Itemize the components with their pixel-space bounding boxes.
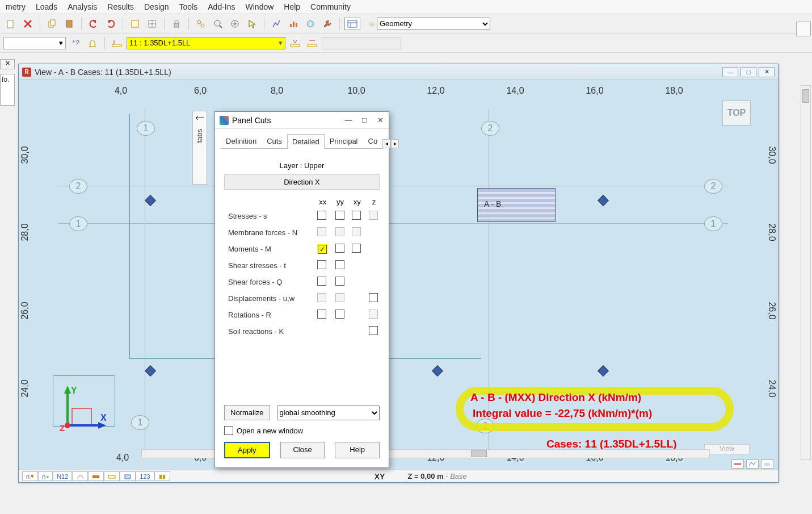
menu-results[interactable]: Results bbox=[107, 2, 134, 11]
checkbox[interactable] bbox=[317, 310, 326, 319]
checkbox[interactable] bbox=[335, 310, 344, 319]
dialog-tab-principal[interactable]: Principal bbox=[325, 133, 363, 148]
toolbar-3d-icon[interactable] bbox=[303, 16, 318, 31]
toolbar-btn-a[interactable] bbox=[193, 16, 208, 31]
checkbox[interactable] bbox=[335, 211, 344, 220]
dialog-min-icon[interactable]: — bbox=[344, 116, 352, 124]
corner-tool-b[interactable] bbox=[746, 459, 759, 469]
case-a-icon[interactable] bbox=[110, 36, 124, 51]
menu-design[interactable]: Design bbox=[144, 2, 169, 11]
building-icon[interactable] bbox=[85, 36, 100, 51]
dialog-close-icon[interactable]: ✕ bbox=[376, 116, 384, 124]
checkbox[interactable] bbox=[352, 211, 361, 220]
checkbox[interactable] bbox=[317, 211, 326, 220]
window-min-icon[interactable]: — bbox=[722, 67, 738, 77]
checkbox[interactable] bbox=[335, 260, 344, 269]
selection-combo[interactable]: ▾ bbox=[3, 37, 66, 49]
ruler-tick: 24,0 bbox=[20, 379, 30, 397]
toolbar-btn-new[interactable] bbox=[3, 16, 18, 31]
normalize-button[interactable]: Normalize bbox=[224, 405, 270, 420]
mode-combo[interactable] bbox=[322, 37, 401, 49]
toolbar-wrench-icon[interactable] bbox=[320, 16, 335, 31]
menu-metry[interactable]: metry bbox=[6, 2, 26, 11]
toolbar-btn-delete[interactable] bbox=[20, 16, 35, 31]
dialog-titlebar[interactable]: Panel Cuts — □ ✕ bbox=[215, 112, 389, 129]
ruler-tick: 28,0 bbox=[767, 223, 777, 241]
checkbox[interactable] bbox=[352, 244, 361, 253]
menu-analysis[interactable]: Analysis bbox=[68, 2, 97, 11]
toolbar-zoom-icon[interactable] bbox=[211, 16, 225, 31]
checkbox[interactable] bbox=[369, 326, 378, 335]
ruler-tick: 26,0 bbox=[767, 302, 777, 319]
grid-bubble: 2 bbox=[69, 179, 87, 194]
view-window-titlebar[interactable]: R View - A - B Cases: 11 (1.35DL+1.5LL) … bbox=[19, 64, 778, 80]
view-orientation-badge[interactable]: TOP bbox=[722, 101, 751, 126]
tab-scroll-left[interactable]: ◂ bbox=[382, 139, 390, 148]
toolbar-btn-redo[interactable] bbox=[103, 16, 118, 31]
open-new-window-checkbox[interactable] bbox=[224, 426, 233, 435]
menu-tools[interactable]: Tools bbox=[179, 2, 198, 11]
status-tab-4[interactable] bbox=[72, 471, 88, 481]
dialog-tab-cuts[interactable]: Cuts bbox=[262, 133, 287, 148]
status-tab-8[interactable]: 123 bbox=[136, 471, 154, 481]
layout-manager-icon[interactable] bbox=[344, 18, 360, 30]
layout-selector[interactable]: ⟐ Geometry bbox=[369, 18, 490, 30]
menu-loads[interactable]: Loads bbox=[36, 2, 57, 11]
viewport-tabs-handle[interactable]: 🡐 tabs bbox=[192, 111, 207, 185]
status-tab-1[interactable]: n▾ bbox=[22, 471, 38, 481]
model-node bbox=[598, 195, 609, 206]
status-tab-5[interactable] bbox=[88, 471, 104, 481]
load-case-combo[interactable]: 11 : 1.35DL+1.5LL ▾ bbox=[127, 37, 285, 49]
close-button[interactable]: Close bbox=[280, 442, 325, 458]
checkbox[interactable] bbox=[317, 260, 326, 269]
row-label: Stresses - s bbox=[225, 208, 313, 224]
case-nav-a[interactable] bbox=[288, 36, 302, 51]
geometry-select[interactable]: Geometry bbox=[377, 18, 490, 30]
dialog-icon bbox=[220, 116, 229, 125]
toolbar-cursor-icon[interactable] bbox=[245, 16, 259, 31]
dialog-tab-detailed[interactable]: Detailed bbox=[287, 134, 325, 149]
window-close-icon[interactable]: ✕ bbox=[759, 67, 775, 77]
ribbon-overflow[interactable] bbox=[796, 22, 811, 36]
menu-window[interactable]: Window bbox=[246, 2, 274, 11]
smoothing-select[interactable]: global smoothing bbox=[277, 406, 380, 420]
toolbar-btn-paste[interactable] bbox=[62, 16, 77, 31]
direction-header[interactable]: Direction X bbox=[224, 174, 380, 190]
toolbar-btn-undo[interactable] bbox=[86, 16, 101, 31]
toolbar-btn-c[interactable] bbox=[286, 16, 301, 31]
status-tab-6[interactable] bbox=[104, 471, 120, 481]
dialog-tab-co[interactable]: Co bbox=[363, 133, 383, 148]
checkbox[interactable]: ✓ bbox=[318, 245, 327, 254]
menu-community[interactable]: Community bbox=[310, 2, 351, 11]
toolbar-lock-icon[interactable] bbox=[169, 16, 184, 31]
toolbar-btn-copy[interactable] bbox=[45, 16, 60, 31]
dialog-max-icon[interactable]: □ bbox=[360, 116, 368, 124]
checkbox[interactable] bbox=[335, 277, 344, 286]
status-tab-3[interactable]: N12 bbox=[53, 471, 72, 481]
menu-help[interactable]: Help bbox=[284, 2, 300, 11]
toolbar-zoomall-icon[interactable] bbox=[228, 16, 242, 31]
left-panel-close[interactable]: ✕ bbox=[0, 59, 15, 69]
whats-this-icon[interactable]: ᵏ? bbox=[68, 36, 83, 51]
toolbar-btn-table[interactable] bbox=[145, 16, 159, 31]
status-tab-7[interactable] bbox=[120, 471, 136, 481]
tab-scroll-right[interactable]: ▸ bbox=[391, 139, 399, 148]
status-tab-9[interactable] bbox=[154, 471, 170, 481]
checkbox[interactable] bbox=[369, 293, 378, 302]
dialog-tab-definition[interactable]: Definition bbox=[221, 133, 262, 148]
window-max-icon[interactable]: □ bbox=[741, 67, 756, 77]
help-button[interactable]: Help bbox=[335, 442, 380, 458]
main-vscroll[interactable] bbox=[801, 85, 811, 460]
svg-point-11 bbox=[214, 20, 220, 26]
ruler-tick: 14,0 bbox=[506, 86, 524, 96]
apply-button[interactable]: Apply bbox=[224, 442, 270, 458]
corner-tool-c[interactable] bbox=[761, 459, 773, 469]
checkbox[interactable] bbox=[335, 244, 344, 253]
toolbar-btn-b[interactable] bbox=[269, 16, 284, 31]
status-tab-2[interactable]: n▪ bbox=[38, 471, 53, 481]
corner-tool-a[interactable] bbox=[731, 459, 744, 469]
checkbox[interactable] bbox=[317, 277, 326, 286]
menu-add-ins[interactable]: Add-Ins bbox=[208, 2, 235, 11]
case-nav-b[interactable] bbox=[305, 36, 319, 51]
toolbar-btn-calc[interactable] bbox=[128, 16, 142, 31]
